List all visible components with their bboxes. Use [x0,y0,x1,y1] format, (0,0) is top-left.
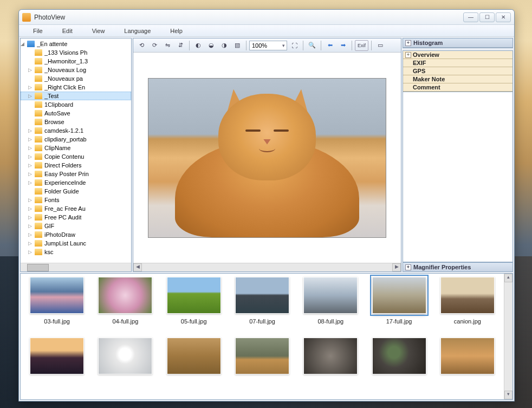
rotate-right-button[interactable]: ⟳ [148,40,160,51]
expand-icon[interactable]: + [405,52,411,58]
expand-icon[interactable]: ▷ [28,154,34,159]
menu-view[interactable]: View [82,28,115,34]
collapse-icon[interactable]: ◢ [21,41,26,47]
tree-item[interactable]: ▷Fonts [21,196,131,204]
tree-item[interactable]: _Nouveaux pa [21,74,131,83]
tree-item[interactable]: _133 Visions Ph [21,48,131,57]
expand-icon[interactable]: ▷ [28,137,34,142]
tree-item[interactable]: ▷iPhotoDraw [21,230,131,239]
tree-item[interactable]: AutoSave [21,109,131,118]
expand-icon[interactable]: ▷ [28,128,34,133]
tree-item[interactable]: ▷_Nouveaux Log [21,66,131,74]
rotate-left-button[interactable]: ⟲ [135,40,147,51]
thumbnail[interactable] [297,338,364,396]
expand-icon[interactable]: ▷ [28,163,34,168]
tree-item[interactable]: ▷Easy Poster Prin [21,170,131,178]
thumbnail[interactable] [434,338,501,396]
expand-icon[interactable]: ▷ [28,215,34,220]
tree-item[interactable]: _Hwmonitor_1.3 [21,57,131,66]
tree-item[interactable]: ▷_Right Click En [21,83,131,92]
tree-item[interactable]: Browse [21,118,131,126]
color-button[interactable]: ▧ [231,40,243,51]
thumbnail[interactable]: 17-full.jpg [366,277,432,335]
fullscreen-button[interactable]: ▭ [374,40,386,51]
thumbnail[interactable] [24,338,90,396]
expand-icon[interactable]: ▷ [28,197,34,203]
overview-row[interactable]: +Overview [403,51,512,59]
comment-row[interactable]: Comment [403,83,512,92]
minimize-button[interactable]: — [463,12,478,22]
thumbnail[interactable]: 03-full.jpg [24,277,90,335]
thumbnail[interactable]: 05-full.jpg [161,277,227,335]
expand-icon[interactable]: ▷ [28,171,34,177]
next-button[interactable]: ➡ [337,40,349,51]
expand-icon[interactable]: ▷ [28,145,34,151]
thumbnail[interactable]: 08-full.jpg [297,277,364,335]
thumbnail[interactable]: canion.jpg [434,277,501,335]
expand-icon[interactable]: ▷ [28,85,34,90]
menu-help[interactable]: Help [160,28,192,34]
menu-edit[interactable]: Edit [53,28,82,34]
expand-icon[interactable]: ▷ [28,249,34,255]
gps-row[interactable]: GPS [403,67,512,75]
expand-icon[interactable]: ▷ [28,232,34,237]
maximize-button[interactable]: ☐ [479,12,495,22]
tree-item[interactable]: ▷ClipName [21,144,131,152]
thumbnail[interactable] [229,338,295,396]
histogram-header[interactable]: + Histogram [403,38,512,48]
close-button[interactable]: ✕ [496,12,511,22]
adjust-button[interactable]: ◑ [218,40,230,51]
expand-icon[interactable]: ▷ [28,67,34,73]
contrast-button[interactable]: ◐ [192,40,204,51]
expand-icon[interactable]: + [405,40,411,46]
image-preview[interactable] [133,53,401,263]
expand-icon[interactable]: ▷ [28,93,34,99]
fit-button[interactable]: ⛶ [288,40,300,51]
maker-note-row[interactable]: Maker Note [403,75,512,83]
tree-item[interactable]: ▷Fre_ac Free Au [21,204,131,213]
tree-item[interactable]: ▷_Test [21,92,131,100]
tree-item[interactable]: ▷Direct Folders [21,161,131,170]
expand-icon[interactable]: + [405,264,411,270]
tree-item[interactable]: ▷ksc [21,248,131,256]
flip-horizontal-button[interactable]: ⇋ [161,40,173,51]
expand-icon[interactable]: ▷ [28,180,34,185]
menu-file[interactable]: File [23,28,53,34]
exif-row[interactable]: EXIF [403,59,512,67]
expand-icon[interactable]: ▷ [28,223,34,229]
folder-tree[interactable]: ◢ _En attente _133 Visions Ph_Hwmonitor_… [21,38,131,263]
tree-item[interactable]: ▷GIF [21,222,131,230]
tree-item[interactable]: ▷clipdiary_portab [21,135,131,144]
tree-item[interactable]: 1Clipboard [21,100,131,109]
magnifier-header[interactable]: + Magnifier Properties [403,262,513,272]
thumbnail[interactable]: 04-full.jpg [92,277,158,335]
menu-language[interactable]: Language [114,28,160,34]
flip-vertical-button[interactable]: ⇵ [174,40,186,51]
thumbnail[interactable] [92,338,158,396]
magnifier-button[interactable]: 🔍 [306,40,318,51]
thumbnail-label: 03-full.jpg [44,318,70,325]
tree-item[interactable]: ▷Free PC Audit [21,213,131,222]
thumb-vscrollbar[interactable]: ▴▾ [504,274,512,399]
thumbnail[interactable] [366,338,432,396]
preview-image [148,78,386,238]
thumbnail[interactable]: 07-full.jpg [229,277,295,335]
tree-item[interactable]: ▷ExperienceInde [21,178,131,187]
tree-item[interactable]: ▷Copie Contenu [21,152,131,161]
tree-item-label: _Right Click En [44,84,85,90]
zoom-combo[interactable]: 100% [249,41,287,50]
prev-button[interactable]: ⬅ [324,40,336,51]
tree-hscrollbar[interactable] [21,263,131,271]
tree-item[interactable]: Folder Guide [21,187,131,196]
thumbnail[interactable] [161,338,227,396]
expand-icon[interactable]: ▷ [28,206,34,211]
expand-icon[interactable]: ▷ [28,241,34,246]
preview-hscrollbar[interactable]: ◀▶ [133,263,401,271]
brightness-button[interactable]: ◒ [205,40,217,51]
tree-item[interactable]: ▷JumpList Launc [21,239,131,248]
titlebar[interactable]: PhotoView — ☐ ✕ [19,10,514,25]
tree-root[interactable]: ◢ _En attente [21,40,131,48]
toolbar: ⟲ ⟳ ⇋ ⇵ ◐ ◒ ◑ ▧ 100% ⛶ 🔍 ⬅ ➡ [133,38,401,53]
tree-item[interactable]: ▷camdesk-1.2.1 [21,126,131,135]
exif-button[interactable]: Exif [355,40,368,51]
